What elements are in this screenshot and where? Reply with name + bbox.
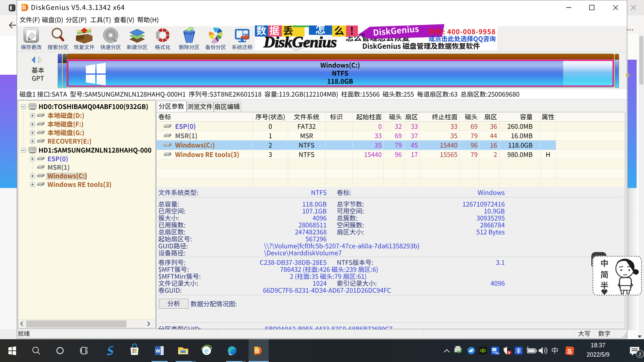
svg-text:intel: intel	[495, 352, 500, 355]
svg-text:2: 2	[639, 351, 641, 357]
svg-text:S: S	[567, 348, 572, 355]
svg-text:e: e	[205, 345, 209, 356]
svg-text:W: W	[155, 348, 160, 354]
